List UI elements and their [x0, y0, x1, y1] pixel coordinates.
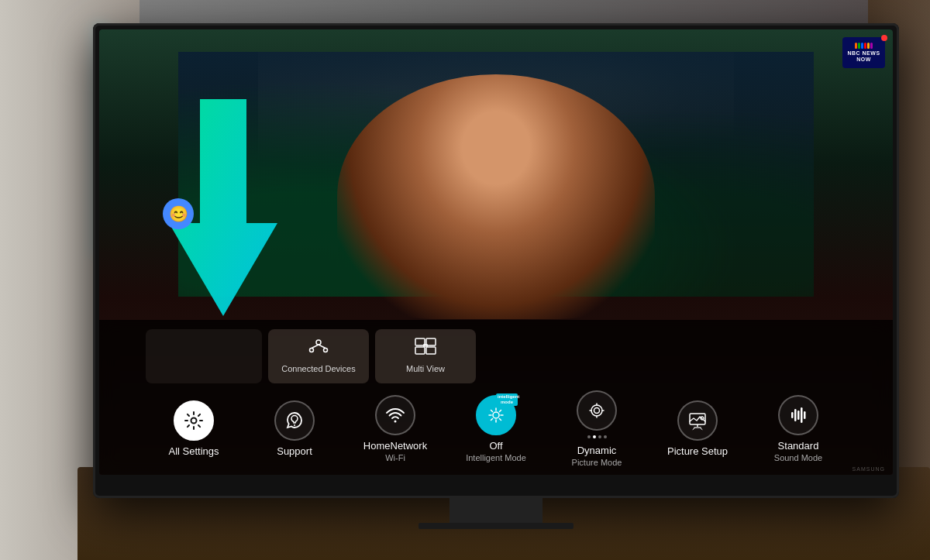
nbc-badge: NBC NEWS NOW — [842, 37, 885, 68]
sound-mode-icon — [778, 395, 818, 435]
svg-point-16 — [594, 407, 600, 413]
dot-3 — [598, 435, 601, 438]
picture-mode-icon — [577, 390, 617, 431]
svg-rect-8 — [415, 347, 425, 354]
all-settings-button[interactable]: All Settings — [151, 400, 236, 457]
home-network-button[interactable]: HomeNetwork Wi-Fi — [353, 395, 438, 462]
connected-devices-icon — [308, 338, 329, 359]
nbc-live-dot — [881, 35, 887, 41]
svg-rect-22 — [794, 409, 797, 421]
svg-point-1 — [316, 340, 321, 345]
user-avatar[interactable]: 😊 — [163, 198, 194, 229]
intelligent-mode-icon: intelligent mode — [476, 395, 516, 435]
dot-2 — [593, 435, 596, 438]
tv-stand — [450, 498, 542, 529]
svg-rect-19 — [694, 427, 701, 428]
dot-4 — [604, 435, 607, 438]
connected-devices-button[interactable]: Connected Devices — [268, 329, 369, 383]
menu-overlay: Connected Devices — [99, 320, 893, 475]
tv-screen: NBC NEWS NOW 😊 — [99, 29, 893, 475]
support-icon — [274, 400, 315, 441]
picture-setup-icon — [677, 400, 718, 441]
smiley-icon: 😊 — [169, 204, 188, 223]
tv-frame: NBC NEWS NOW 😊 — [93, 23, 899, 498]
svg-point-15 — [591, 405, 602, 416]
samsung-logo: SAMSUNG — [852, 466, 885, 472]
bottom-menu-row: All Settings Support — [99, 390, 893, 467]
picture-mode-dots — [587, 435, 607, 438]
support-button[interactable]: Support — [252, 400, 337, 457]
svg-rect-24 — [801, 407, 803, 423]
sound-mode-button[interactable]: Standard Sound Mode — [756, 395, 841, 462]
svg-rect-23 — [797, 411, 800, 420]
picture-setup-label: Picture Setup — [667, 445, 728, 457]
nbc-network-label: NBC NEWS — [847, 50, 880, 57]
multi-view-label: Multi View — [406, 364, 445, 374]
multi-view-icon — [415, 338, 436, 359]
intelligent-mode-label: Intelligent Mode — [466, 453, 526, 462]
svg-point-11 — [191, 417, 197, 423]
screen-content: NBC NEWS NOW 😊 — [99, 29, 893, 475]
connected-devices-label: Connected Devices — [281, 364, 355, 374]
person-figure — [337, 74, 655, 319]
nbc-peacock-icon — [855, 43, 873, 49]
home-area-placeholder — [146, 329, 262, 383]
home-network-label: HomeNetwork — [363, 440, 427, 452]
svg-point-13 — [394, 420, 397, 422]
wifi-sublabel: Wi-Fi — [385, 453, 405, 462]
svg-point-12 — [294, 424, 295, 426]
intelligent-badge: intelligent mode — [496, 393, 518, 406]
picture-setup-button[interactable]: Picture Setup — [655, 400, 740, 457]
picture-mode-button[interactable]: Dynamic Picture Mode — [554, 390, 639, 467]
top-menu-row: Connected Devices — [99, 320, 893, 390]
support-label: Support — [277, 445, 312, 457]
all-settings-icon — [174, 400, 214, 441]
nbc-now-label: NOW — [856, 57, 871, 63]
svg-point-3 — [324, 349, 328, 352]
svg-rect-25 — [804, 411, 806, 419]
sound-mode-label: Sound Mode — [774, 453, 822, 462]
svg-point-2 — [310, 349, 314, 352]
picture-mode-label: Picture Mode — [572, 458, 622, 467]
svg-line-4 — [312, 345, 319, 349]
svg-rect-21 — [791, 412, 794, 418]
intelligent-mode-button[interactable]: intelligent mode Off Intelligent Mode — [453, 395, 539, 462]
svg-point-14 — [493, 412, 499, 418]
intelligent-mode-value: Off — [489, 440, 502, 452]
svg-rect-9 — [426, 347, 436, 354]
dot-1 — [587, 435, 591, 438]
all-settings-label: All Settings — [168, 445, 219, 457]
svg-line-5 — [319, 345, 326, 349]
sound-mode-value: Standard — [778, 440, 819, 452]
wifi-icon — [375, 395, 415, 435]
picture-mode-value: Dynamic — [577, 445, 617, 456]
svg-rect-10 — [423, 344, 428, 347]
multi-view-button[interactable]: Multi View — [375, 329, 476, 383]
